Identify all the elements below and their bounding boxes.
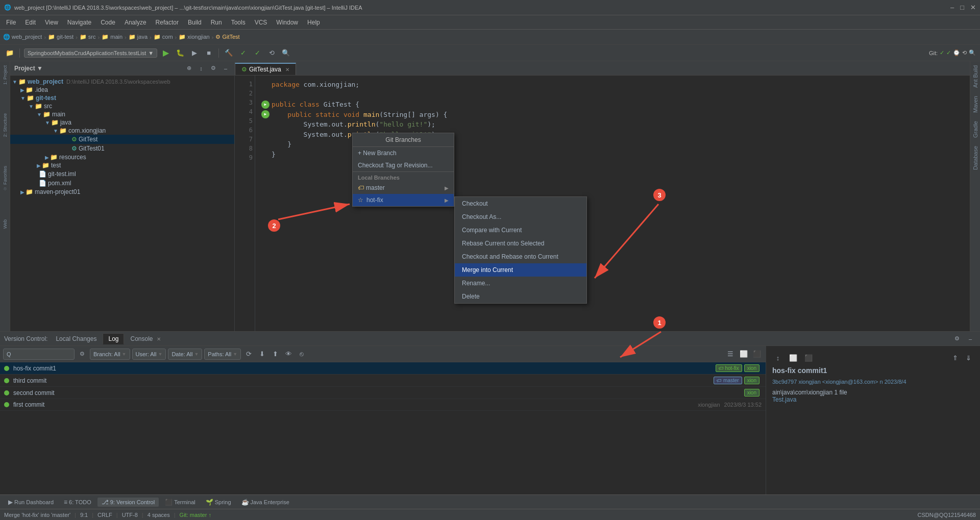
coverage-button[interactable]: ▶ xyxy=(189,47,200,59)
menu-item-help[interactable]: Help xyxy=(303,17,324,28)
detail-up-btn[interactable]: ↕ xyxy=(772,352,783,363)
status-encoding[interactable]: UTF-8 xyxy=(122,512,138,518)
vc-export-btn[interactable]: ⎋ xyxy=(296,349,307,360)
menu-item-navigate[interactable]: Navigate xyxy=(63,17,95,28)
detail-square-btn[interactable]: ⬜ xyxy=(788,352,799,363)
maximize-button[interactable]: □ xyxy=(960,4,964,11)
nav-crumb-main[interactable]: 📁 main xyxy=(102,34,122,40)
tab-local-changes[interactable]: Local Changes xyxy=(51,334,102,344)
menu-item-edit[interactable]: Edit xyxy=(21,17,40,28)
tab-close-icon[interactable]: ✕ xyxy=(285,67,289,72)
console-close-icon[interactable]: ✕ xyxy=(157,336,161,342)
tab-console[interactable]: Console ✕ xyxy=(125,334,165,344)
vc-refresh-btn[interactable]: ⟳ xyxy=(243,349,254,360)
nav-crumb-java[interactable]: 📁 java xyxy=(129,34,148,40)
menu-item-build[interactable]: Build xyxy=(184,17,206,28)
right-tab-maven[interactable]: Maven xyxy=(971,94,979,115)
check-btn[interactable]: ✓ xyxy=(252,47,263,59)
nav-crumb-gittest[interactable]: ⚙ GitTest xyxy=(215,34,239,40)
stop-button[interactable]: ■ xyxy=(203,47,214,59)
status-crlf[interactable]: CRLF xyxy=(97,512,112,518)
popup-branch-hotfix[interactable]: ☆ hot-fix ▶ xyxy=(353,194,454,206)
vc-eye-btn[interactable]: 👁 xyxy=(283,349,294,360)
vc-paths-filter[interactable]: Paths: All ▼ xyxy=(204,349,241,360)
task-run-dashboard[interactable]: ▶ Run Dashboard xyxy=(4,498,58,507)
submenu-rebase[interactable]: Rebase Current onto Selected xyxy=(455,237,586,250)
commit-row-2[interactable]: third commit 🏷 master xion xyxy=(0,375,766,387)
task-java-enterprise[interactable]: ☕ Java Enterprise xyxy=(237,498,293,507)
submenu-merge[interactable]: Merge into Current xyxy=(455,263,586,277)
project-locate-btn[interactable]: ⊕ xyxy=(184,64,193,73)
project-settings-btn[interactable]: ⚙ xyxy=(209,64,218,73)
detail-expand-up-btn[interactable]: ⇑ xyxy=(949,352,961,363)
project-collapse-btn[interactable]: ↕ xyxy=(197,64,206,73)
tree-item-iml[interactable]: 📄 git-test.iml xyxy=(10,169,234,179)
menu-item-analyze[interactable]: Analyze xyxy=(120,17,151,28)
minimize-button[interactable]: – xyxy=(950,4,954,11)
tree-item-root[interactable]: ▼ 📁 web_project D:\IntelliJ IDEA 2018.3.… xyxy=(10,78,234,86)
status-git[interactable]: Git: master ↑ xyxy=(180,512,211,518)
popup-new-branch[interactable]: + New Branch xyxy=(353,147,454,159)
submenu-checkout-as[interactable]: Checkout As... xyxy=(455,210,586,224)
task-terminal[interactable]: ⬛ Terminal xyxy=(161,498,200,507)
tree-item-test[interactable]: ▶ 📁 test xyxy=(10,161,234,169)
vc-date-filter[interactable]: Date: All ▼ xyxy=(168,349,202,360)
run-button[interactable]: ▶ xyxy=(160,47,172,59)
build-btn[interactable]: 🔨 xyxy=(223,47,234,59)
menu-item-tools[interactable]: Tools xyxy=(227,17,250,28)
detail-expand-down-btn[interactable]: ⇓ xyxy=(963,352,974,363)
sidebar-tab-project[interactable]: 1: Project xyxy=(2,63,9,87)
submenu-checkout[interactable]: Checkout xyxy=(455,197,586,210)
nav-crumb-project[interactable]: 🌐 web_project xyxy=(3,34,42,40)
vc-settings-btn[interactable]: ⚙ xyxy=(951,333,963,344)
tree-item-gittest[interactable]: ⚙ GitTest xyxy=(10,135,234,144)
vc-user-filter[interactable]: User: All ▼ xyxy=(132,349,166,360)
menu-item-vcs[interactable]: VCS xyxy=(251,17,272,28)
menu-item-view[interactable]: View xyxy=(41,17,62,28)
editor-tab-gittest[interactable]: ⚙ GitTest.java ✕ xyxy=(235,63,296,75)
nav-crumb-src[interactable]: 📁 src xyxy=(80,34,96,40)
menu-item-window[interactable]: Window xyxy=(272,17,302,28)
vc-hide-btn[interactable]: – xyxy=(965,333,976,344)
right-tab-gradle[interactable]: Gradle xyxy=(971,119,979,140)
popup-branch-master[interactable]: 🏷 master ▶ xyxy=(353,182,454,194)
commit-row-4[interactable]: first commit xiongjian 2023/8/3 13:52 xyxy=(0,399,766,411)
tree-item-resources[interactable]: ▶ 📁 resources xyxy=(10,153,234,161)
tree-item-main[interactable]: ▼ 📁 main xyxy=(10,110,234,118)
right-tab-database[interactable]: Database xyxy=(971,144,979,172)
submenu-rename[interactable]: Rename... xyxy=(455,277,586,290)
history-btn[interactable]: ⟲ xyxy=(266,47,277,59)
vc-fetch-btn[interactable]: ⬇ xyxy=(256,349,267,360)
task-todo[interactable]: ≡ 6: TODO xyxy=(60,498,95,507)
vc-settings-filter-btn[interactable]: ⚙ xyxy=(77,349,88,360)
close-button[interactable]: ✕ xyxy=(970,4,976,11)
tree-item-pom[interactable]: 📄 pom.xml xyxy=(10,179,234,188)
search-everywhere-btn[interactable]: 🔍 xyxy=(280,47,291,59)
menu-item-file[interactable]: File xyxy=(2,17,20,28)
vc-branch-filter[interactable]: Branch: All ▼ xyxy=(90,349,130,360)
tree-item-git-test[interactable]: ▼ 📁 git-test xyxy=(10,94,234,102)
nav-crumb-com[interactable]: 📁 com xyxy=(154,34,173,40)
menu-item-code[interactable]: Code xyxy=(96,17,119,28)
detail-split-btn[interactable]: ⬛ xyxy=(803,352,814,363)
popup-checkout-tag[interactable]: Checkout Tag or Revision... xyxy=(353,159,454,171)
right-tab-ant-build[interactable]: Ant Build xyxy=(971,63,979,90)
run-config[interactable]: SpringbootMybatisCrudApplicationTests.te… xyxy=(24,48,157,58)
nav-crumb-git-test[interactable]: 📁 git-test xyxy=(48,34,74,40)
submenu-compare[interactable]: Compare with Current xyxy=(455,224,586,237)
tree-item-src[interactable]: ▼ 📁 src xyxy=(10,102,234,110)
project-hide-btn[interactable]: – xyxy=(221,64,230,73)
task-version-control[interactable]: ⎇ 9: Version Control xyxy=(97,498,159,507)
tree-item-idea[interactable]: ▶ 📁 .idea xyxy=(10,86,234,94)
vc-search-input[interactable] xyxy=(3,349,75,360)
debug-button[interactable]: 🐛 xyxy=(175,47,186,59)
tree-item-maven[interactable]: ▶ 📁 maven-project01 xyxy=(10,188,234,196)
tree-item-java[interactable]: ▼ 📁 java xyxy=(10,118,234,127)
tree-item-com[interactable]: ▼ 📁 com.xiongjian xyxy=(10,127,234,135)
tab-log[interactable]: Log xyxy=(103,333,124,344)
vc-split-btn[interactable]: ⬛ xyxy=(751,349,763,360)
commit-row-3[interactable]: second commit xion xyxy=(0,387,766,399)
nav-crumb-xiongjian[interactable]: 📁 xiongjian xyxy=(179,34,209,40)
vc-push-btn[interactable]: ⬆ xyxy=(270,349,281,360)
project-structure-btn[interactable]: 📁 xyxy=(4,47,15,59)
